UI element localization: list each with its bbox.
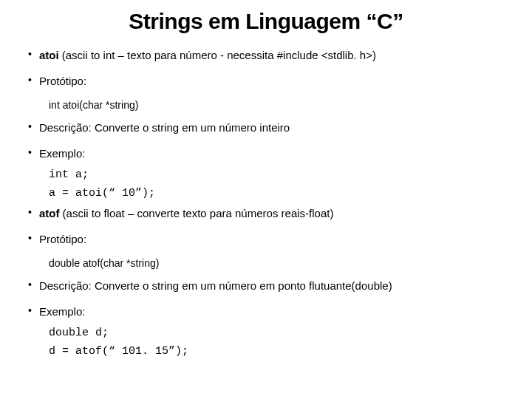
bullet-text: atof (ascii to float – converte texto pa… <box>39 205 334 221</box>
bullet-text: Descrição: Converte o string em um númer… <box>39 278 392 293</box>
bullet-atoi-intro: • atoi (ascii to int – texto para número… <box>22 47 510 63</box>
prototype-signature-2: double atof(char *string) <box>49 257 510 269</box>
bullet-dot-icon: • <box>28 73 32 88</box>
bullet-text: Protótipo: <box>39 231 86 247</box>
bullet-example-1: • Exemplo: <box>22 146 510 161</box>
bullet-prototype-2: • Protótipo: <box>22 231 510 247</box>
bullet-description-1: • Descrição: Converte o string em um núm… <box>22 120 510 135</box>
bullet-text: atoi (ascii to int – texto para número -… <box>39 47 376 63</box>
slide-title: Strings em Linguagem “C” <box>22 9 510 34</box>
bullet-dot-icon: • <box>28 146 32 160</box>
bullet-dot-icon: • <box>28 47 32 62</box>
example-code-2a: double d; <box>49 327 510 339</box>
bullet-atof-intro: • atof (ascii to float – converte texto … <box>22 205 510 221</box>
bullet-dot-icon: • <box>28 304 32 318</box>
bullet-prototype-1: • Protótipo: <box>22 73 510 89</box>
atof-name: atof <box>39 207 60 219</box>
bullet-dot-icon: • <box>28 278 32 293</box>
prototype-signature-1: int atoi(char *string) <box>49 99 510 111</box>
atoi-desc: (ascii to int – texto para número - nece… <box>59 49 376 61</box>
bullet-dot-icon: • <box>28 205 32 220</box>
bullet-description-2: • Descrição: Converte o string em um núm… <box>22 278 510 293</box>
bullet-dot-icon: • <box>28 231 32 246</box>
atoi-name: atoi <box>39 49 59 61</box>
bullet-text: Exemplo: <box>39 146 86 161</box>
bullet-text: Exemplo: <box>39 304 86 319</box>
bullet-example-2: • Exemplo: <box>22 304 510 319</box>
example-code-1a: int a; <box>49 168 510 181</box>
example-code-1b: a = atoi(“ 10”); <box>49 187 510 200</box>
atof-desc: (ascii to float – converte texto para nú… <box>59 207 333 219</box>
bullet-text: Descrição: Converte o string em um númer… <box>39 120 290 135</box>
bullet-dot-icon: • <box>28 120 32 134</box>
example-code-2b: d = atof(“ 101. 15”); <box>49 345 510 358</box>
bullet-text: Protótipo: <box>39 73 86 89</box>
